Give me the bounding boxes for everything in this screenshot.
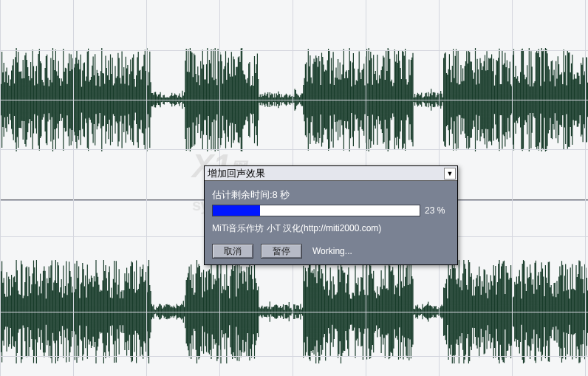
status-text: Working...	[312, 246, 352, 256]
cancel-button[interactable]: 取消	[212, 244, 253, 259]
progress-bar	[212, 205, 420, 216]
progress-fill	[213, 205, 260, 216]
pause-button[interactable]: 暂停	[261, 244, 302, 259]
progress-percent: 23 %	[425, 205, 450, 216]
progress-dialog: 增加回声效果 ▼ 估计剩余时间:8 秒 23 % MiTi音乐作坊 小T 汉化(…	[204, 165, 458, 265]
dialog-title: 增加回声效果	[208, 167, 444, 180]
dialog-titlebar[interactable]: 增加回声效果 ▼	[205, 166, 457, 181]
credit-text: MiTi音乐作坊 小T 汉化(http://miti2000.com)	[212, 222, 450, 235]
time-remaining-label: 估计剩余时间:8 秒	[212, 188, 450, 202]
dropdown-icon[interactable]: ▼	[444, 168, 456, 180]
